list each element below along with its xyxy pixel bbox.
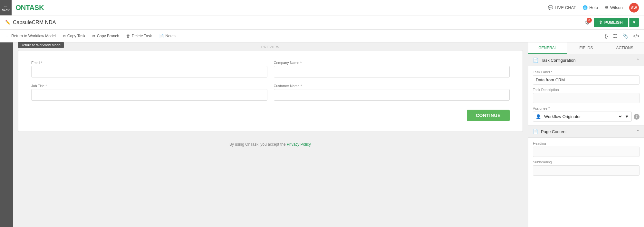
monitor-icon: 🖶: [604, 5, 609, 10]
assignee-dropdown-icon: ▼: [625, 114, 629, 119]
assignee-person-icon: 👤: [536, 114, 541, 119]
email-label: Email *: [31, 61, 267, 65]
preview-label: PREVIEW: [13, 42, 528, 50]
copy-task-button[interactable]: ⧉ Copy Task: [60, 32, 89, 40]
arrow-left-icon: ←: [6, 34, 10, 38]
right-panel: GENERAL FIELDS ACTIONS 📄 Task Configurat…: [528, 42, 644, 227]
assignee-select-area: 👤 Workflow Originator ▼: [533, 112, 632, 122]
edit-icon: ✏️: [5, 20, 10, 25]
doc-title-area: ✏️ CapsuleCRM NDA: [5, 20, 583, 25]
customer-name-input[interactable]: [274, 89, 510, 101]
company-name-input[interactable]: [274, 66, 510, 77]
customer-name-label: Customer Name *: [274, 84, 510, 88]
heading-field-label: Heading: [533, 141, 639, 145]
continue-button[interactable]: CONTINUE: [467, 110, 510, 121]
notes-button[interactable]: 📄 Notes: [156, 32, 179, 40]
task-description-label: Task Description: [533, 88, 639, 92]
main-layout: PREVIEW Email * Company Name * Job Title…: [0, 42, 644, 227]
chat-icon: 💬: [548, 5, 553, 10]
page-content-header-left: 📄 Page Content: [533, 129, 567, 134]
page-content-icon: 📄: [533, 129, 538, 134]
task-label-input[interactable]: [533, 75, 639, 85]
continue-area: CONTINUE: [31, 107, 510, 121]
form-row-1: Email * Company Name *: [31, 61, 510, 77]
trash-icon: 🗑: [126, 34, 130, 38]
task-config-body: Task Label * Task Description Assignee *…: [528, 66, 644, 126]
nav-right: 💬 LIVE CHAT 🌐 Help 🖶 Wilson SW: [548, 3, 639, 13]
preview-area: PREVIEW Email * Company Name * Job Title…: [13, 42, 528, 227]
user-menu[interactable]: 🖶 Wilson: [604, 5, 623, 10]
privacy-policy-link[interactable]: Privacy Policy: [287, 142, 311, 147]
notification-badge: 6: [587, 18, 592, 23]
globe-icon: 🌐: [582, 5, 588, 10]
attachment-icon-button[interactable]: 📎: [620, 32, 630, 40]
tab-general[interactable]: GENERAL: [528, 42, 567, 54]
subheading-input[interactable]: [533, 165, 639, 176]
return-to-workflow-button[interactable]: ← Return to Workflow Model: [3, 32, 59, 40]
job-title-group: Job Title *: [31, 84, 267, 101]
upload-icon: ⇧: [599, 20, 602, 25]
right-icons: {} ☷ 📎 </>: [603, 32, 641, 40]
assignee-dropdown[interactable]: Workflow Originator: [543, 114, 623, 119]
company-name-label: Company Name *: [274, 61, 510, 65]
second-toolbar: ✏️ CapsuleCRM NDA ⚙ 6 ⇧ PUBLISH ▼: [0, 15, 644, 30]
panel-tabs: GENERAL FIELDS ACTIONS: [528, 42, 644, 54]
logo: ONTASK: [15, 4, 44, 12]
action-toolbar: ← Return to Workflow Model ⧉ Copy Task ⧉…: [0, 30, 644, 42]
document-title: CapsuleCRM NDA: [13, 20, 56, 25]
assignee-help-icon[interactable]: ?: [634, 114, 639, 120]
top-nav: ← BACK ONTASK 💬 LIVE CHAT 🌐 Help 🖶 Wilso…: [0, 0, 644, 15]
copy-branch-button[interactable]: ⧉ Copy Branch: [89, 32, 122, 40]
form-row-2: Job Title * Customer Name *: [31, 84, 510, 101]
email-input[interactable]: [31, 66, 267, 77]
left-sidebar: [0, 42, 13, 227]
task-config-icon: 📄: [533, 58, 538, 63]
job-title-input[interactable]: [31, 89, 267, 101]
job-title-label: Job Title *: [31, 84, 267, 88]
task-config-header-left: 📄 Task Configuration: [533, 58, 576, 63]
publish-button[interactable]: ⇧ PUBLISH: [594, 18, 628, 27]
help-button[interactable]: 🌐 Help: [582, 5, 598, 10]
preview-card: Email * Company Name * Job Title * Custo…: [18, 50, 523, 132]
task-config-chevron: ⌃: [636, 58, 639, 62]
task-description-input[interactable]: [533, 93, 639, 103]
task-label-field-label: Task Label *: [533, 70, 639, 74]
publish-dropdown-button[interactable]: ▼: [629, 18, 639, 27]
grid-icon-button[interactable]: ☷: [611, 32, 619, 40]
branch-icon: ⧉: [92, 34, 95, 38]
code-view-icon-button[interactable]: </>: [631, 32, 641, 40]
live-chat-button[interactable]: 💬 LIVE CHAT: [548, 5, 576, 10]
subheading-field-label: Subheading: [533, 160, 639, 164]
tab-actions[interactable]: ACTIONS: [605, 42, 644, 54]
assignee-label: Assignee *: [533, 106, 639, 110]
company-name-group: Company Name *: [274, 61, 510, 77]
task-config-section-header[interactable]: 📄 Task Configuration ⌃: [528, 54, 644, 66]
tooltip: Return to Workflow Model: [18, 42, 64, 48]
email-group: Email *: [31, 61, 267, 77]
tab-fields[interactable]: FIELDS: [567, 42, 606, 54]
logo-area: ONTASK: [15, 4, 44, 12]
page-content-body: Heading Subheading: [528, 138, 644, 179]
avatar[interactable]: SW: [629, 3, 639, 13]
page-content-chevron: ⌃: [636, 129, 639, 134]
customer-name-group: Customer Name *: [274, 84, 510, 101]
page-content-section-header[interactable]: 📄 Page Content ⌃: [528, 126, 644, 138]
notes-icon: 📄: [159, 34, 164, 38]
copy-icon: ⧉: [63, 34, 66, 38]
heading-input[interactable]: [533, 147, 639, 157]
code-icon-button[interactable]: {}: [603, 32, 610, 40]
back-button[interactable]: ← BACK: [0, 0, 12, 15]
delete-task-button[interactable]: 🗑 Delete Task: [123, 32, 155, 40]
toolbar-right: ⚙ 6 ⇧ PUBLISH ▼: [585, 18, 639, 27]
privacy-footer: By using OnTask, you accept the Privacy …: [13, 137, 528, 152]
